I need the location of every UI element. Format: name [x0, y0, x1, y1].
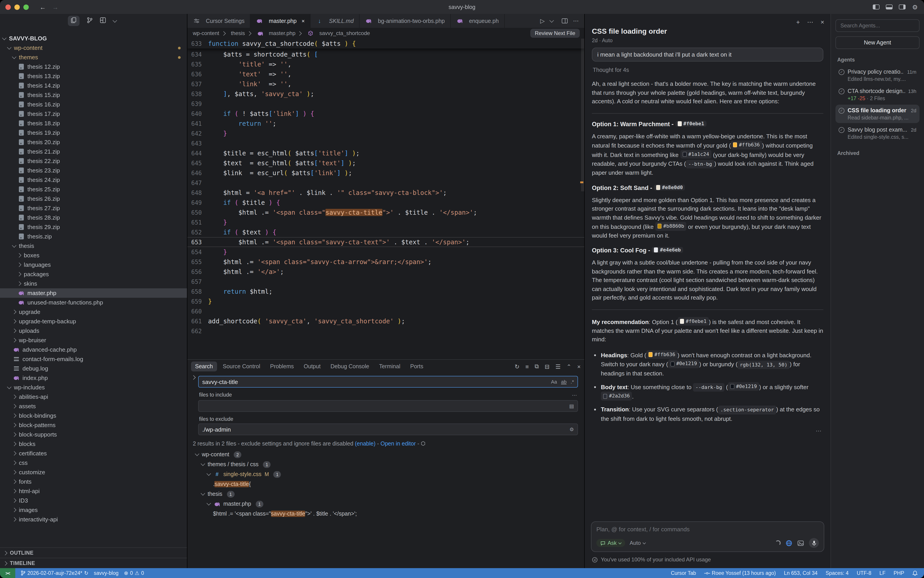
color-chip[interactable]: #e4e6eb — [652, 247, 683, 253]
explorer-item-thesis-15-zip[interactable]: thesis 15.zip — [0, 90, 187, 100]
agent-item-privacy-policy-creatio-[interactable]: ✓Privacy policy creatio...11mEdited llms… — [836, 66, 919, 84]
color-chip[interactable]: #f0ebe1 — [677, 317, 709, 326]
toggle-search-details-icon[interactable]: ⋯ — [572, 392, 577, 398]
pages-icon[interactable] — [68, 16, 79, 26]
new-agent-button[interactable]: New Agent — [836, 36, 919, 49]
section-timeline[interactable]: TIMELINE — [0, 558, 187, 568]
search-result-themes-thesis-css[interactable]: themes / thesis / css1 — [192, 459, 584, 469]
search-result-wp-content[interactable]: wp-content2 — [192, 450, 584, 459]
explorer-item-uploads[interactable]: uploads — [0, 326, 187, 336]
breadcrumb-wp-content[interactable]: wp-content — [193, 30, 219, 36]
regex-icon[interactable]: .* — [571, 379, 574, 385]
explorer-item-certificates[interactable]: certificates — [0, 449, 187, 458]
review-next-file-button[interactable]: Review Next File — [530, 29, 580, 38]
git-branch-status[interactable]: 2026-02-07-aujr-72e24* ↻ — [21, 570, 88, 576]
color-chip[interactable]: #0e1219 — [668, 359, 699, 368]
collapse-all-icon[interactable]: ⊟ — [545, 363, 550, 370]
eol-status[interactable]: LF — [880, 570, 886, 576]
color-chip[interactable]: #1a1c24 — [680, 150, 711, 159]
explorer-item-thesis[interactable]: thesis — [0, 241, 187, 251]
tab-bg-animation-two-orbs-php[interactable]: bg-animation-two-orbs.php — [360, 14, 451, 28]
explorer-item-fonts[interactable]: fonts — [0, 477, 187, 486]
new-chat-icon[interactable]: + — [796, 18, 800, 26]
indentation-status[interactable]: Spaces: 4 — [826, 570, 849, 576]
mode-ask-dropdown[interactable]: Ask — [596, 539, 625, 547]
explorer-item-contact-form-emails-log[interactable]: contact-form-emails.log — [0, 354, 187, 364]
explorer-item-customize[interactable]: customize — [0, 468, 187, 477]
encoding-status[interactable]: UTF-8 — [857, 570, 872, 576]
explorer-item-themes[interactable]: themes — [0, 52, 187, 62]
explorer-item-thesis-29-zip[interactable]: thesis 29.zip — [0, 222, 187, 232]
search-match-row[interactable]: $html .= '<span class="savvy-cta-title">… — [192, 509, 584, 519]
tab-close-icon[interactable]: × — [301, 18, 305, 24]
sync-icon[interactable]: ↻ — [84, 570, 88, 576]
color-chip[interactable]: #ffb636 — [646, 350, 677, 359]
tab-cursor-settings[interactable]: Cursor Settings — [187, 14, 251, 28]
explorer-item-thesis-14-zip[interactable]: thesis 14.zip — [0, 81, 187, 90]
explorer-item-thesis-25-zip[interactable]: thesis 25.zip — [0, 185, 187, 194]
web-globe-icon[interactable] — [786, 540, 792, 546]
match-case-icon[interactable]: Aa — [551, 379, 557, 385]
run-code-icon[interactable]: ▷ — [540, 18, 545, 24]
remote-indicator[interactable]: >< — [0, 568, 15, 578]
section-outline[interactable]: OUTLINE — [0, 547, 187, 558]
explorer-item-interactivity-api[interactable]: interactivity-api — [0, 515, 187, 524]
summary-link[interactable]: Open in editor — [381, 441, 416, 447]
search-result-single-style-css[interactable]: #single-style.cssM1 — [192, 469, 584, 479]
problems-status[interactable]: ⊗0 ⚠0 — [124, 570, 144, 576]
explorer-item-thesis-28-zip[interactable]: thesis 28.zip — [0, 213, 187, 222]
chat-input-box[interactable]: Plan, @ for context, / for commands Ask … — [591, 521, 824, 552]
explorer-item-blocks[interactable]: blocks — [0, 439, 187, 449]
new-search-editor-icon[interactable]: ⧉ — [535, 363, 539, 370]
panel-tab-source-control[interactable]: Source Control — [219, 362, 264, 372]
layout-grid-icon[interactable] — [99, 17, 106, 25]
git-blame-status[interactable]: Roee Yossef (13 hours ago) — [704, 570, 776, 576]
thought-duration[interactable]: Thought for 4s — [593, 67, 822, 73]
tab-enqueue-ph[interactable]: enqueue.ph — [451, 14, 504, 28]
attach-image-icon[interactable] — [797, 540, 804, 546]
language-mode-status[interactable]: PHP — [894, 570, 904, 576]
close-window-button[interactable] — [5, 4, 11, 10]
clear-results-icon[interactable]: ≡ — [525, 363, 529, 370]
color-chip[interactable]: #2a2d36 — [601, 392, 632, 401]
search-agents-input[interactable] — [836, 19, 919, 32]
minimize-window-button[interactable] — [15, 4, 20, 10]
explorer-item-thesis-16-zip[interactable]: thesis 16.zip — [0, 100, 187, 109]
explorer-item-debug-log[interactable]: debug.log — [0, 364, 187, 373]
explorer-item-advanced-cache-php[interactable]: advanced-cache.php — [0, 345, 187, 354]
explorer-item-thesis-12-zip[interactable]: thesis 12.zip — [0, 62, 187, 71]
explorer-item-abilities-api[interactable]: abilities-api — [0, 392, 187, 401]
explorer-item-thesis-zip[interactable]: thesis.zip — [0, 232, 187, 241]
notifications-bell-icon[interactable] — [912, 570, 918, 576]
explorer-item-wp-content[interactable]: wp-content — [0, 43, 187, 52]
agent-item-css-file-loading-order[interactable]: ✓CSS file loading order2dRead sidebar-ma… — [836, 105, 919, 123]
message-actions-icon[interactable]: ⋯ — [592, 427, 822, 434]
explorer-item-assets[interactable]: assets — [0, 401, 187, 411]
breadcrumb-thesis[interactable]: thesis — [231, 30, 245, 36]
api-usage-notice[interactable]: You've used 100% of your included API us… — [585, 552, 831, 568]
tab-master-php[interactable]: master.php× — [251, 14, 311, 28]
chat-messages[interactable]: i mean a light backdound that i'll put a… — [585, 43, 831, 518]
explorer-item-unused-master-functions-php[interactable]: unused-master-functions.php — [0, 298, 187, 307]
code-editor[interactable]: 633function savvy_cta_shortcode( $atts )… — [187, 39, 584, 359]
refresh-icon[interactable]: ↻ — [514, 363, 519, 370]
toggle-left-sidebar-icon[interactable] — [873, 5, 880, 10]
panel-tab-terminal[interactable]: Terminal — [375, 362, 405, 372]
chat-more-icon[interactable]: ⋯ — [807, 18, 813, 26]
search-details-icon[interactable] — [421, 441, 426, 447]
files-to-exclude-input[interactable]: ./wp-admin ⚙ — [198, 424, 578, 435]
color-chip[interactable]: #0e1219 — [728, 382, 759, 391]
explorer-item-thesis-21-zip[interactable]: thesis 21.zip — [0, 147, 187, 156]
settings-gear-icon[interactable]: ⚙ — [912, 4, 918, 10]
search-result-master-php[interactable]: master.php1 — [192, 499, 584, 509]
color-chip[interactable]: #e8e0d0 — [654, 184, 685, 190]
maximize-panel-icon[interactable]: ⌃ — [566, 363, 571, 370]
explorer-item-thesis-13-zip[interactable]: thesis 13.zip — [0, 71, 187, 81]
breadcrumb-savvy-cta-shortcode[interactable]: savvy_cta_shortcode — [307, 30, 370, 36]
open-book-icon[interactable]: ▤ — [569, 403, 574, 409]
summary-link[interactable]: (enable) — [355, 441, 376, 447]
explorer-item-upgrade-temp-backup[interactable]: upgrade-temp-backup — [0, 317, 187, 326]
toggle-replace-icon[interactable] — [191, 375, 196, 380]
zoom-window-button[interactable] — [23, 4, 29, 10]
explorer-root-item[interactable]: SAVVY-BLOG — [0, 34, 187, 43]
